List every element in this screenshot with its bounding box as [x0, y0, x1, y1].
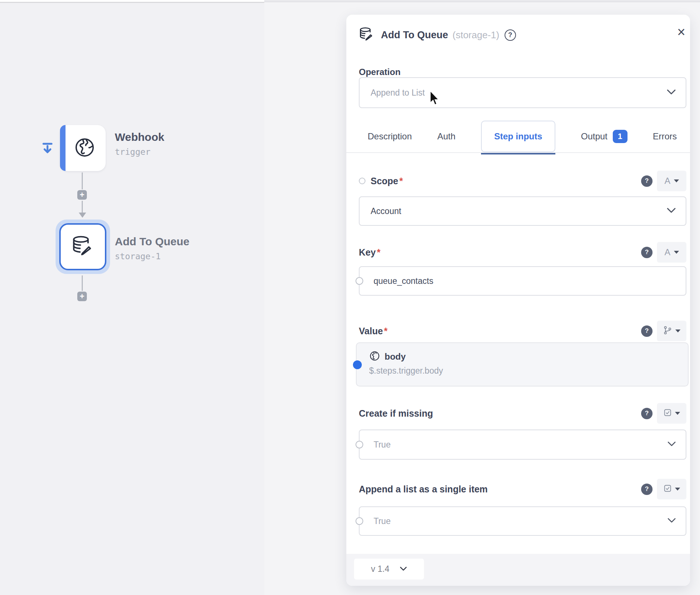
connector-line — [82, 201, 83, 213]
help-icon[interactable]: ? — [641, 484, 653, 495]
scope-label: Scope — [371, 176, 398, 186]
checkbox-type-icon — [664, 409, 672, 418]
chevron-down-icon — [400, 566, 407, 573]
database-edit-icon — [359, 26, 374, 43]
node-title-webhook: Webhook — [115, 131, 164, 143]
selected-node-box — [59, 223, 106, 270]
triangle-down-icon — [674, 179, 679, 182]
help-icon[interactable]: ? — [641, 175, 653, 187]
append-single-select[interactable]: True — [359, 506, 686, 536]
key-value: queue_contacts — [374, 276, 433, 286]
field-type-selector[interactable]: A — [657, 242, 686, 263]
tab-step-inputs[interactable]: Step inputs — [481, 121, 556, 152]
field-type-selector[interactable] — [657, 479, 686, 499]
help-icon[interactable]: ? — [505, 29, 516, 41]
mapping-radio-icon[interactable] — [356, 277, 363, 285]
create-if-missing-row: Create if missing ? — [359, 403, 686, 424]
chevron-down-icon — [667, 89, 676, 96]
chevron-down-icon — [667, 518, 676, 525]
triangle-down-icon — [675, 488, 680, 491]
field-type-selector[interactable] — [657, 321, 686, 341]
scope-field-row: Scope * ? A — [359, 171, 686, 191]
operation-label: Operation — [359, 67, 400, 77]
tab-auth[interactable]: Auth — [437, 131, 455, 142]
connector-arrowhead — [79, 213, 86, 218]
append-single-label: Append a list as a single item — [359, 484, 488, 495]
connector-line — [82, 172, 83, 189]
tab-step-inputs-label: Step inputs — [494, 131, 542, 142]
add-step-button[interactable]: + — [77, 190, 87, 200]
triangle-down-icon — [674, 251, 679, 254]
key-field-row: Key * ? A — [359, 242, 686, 263]
checkbox-type-icon — [664, 484, 672, 494]
tab-output[interactable]: Output 1 — [581, 130, 627, 143]
triangle-down-icon — [675, 329, 680, 332]
key-input[interactable]: queue_contacts — [359, 266, 686, 296]
globe-icon — [369, 350, 380, 363]
value-mapped-field[interactable]: body $.steps.trigger.body — [356, 342, 689, 386]
field-type-selector[interactable]: A — [657, 171, 686, 191]
tab-output-label: Output — [581, 131, 607, 142]
panel-title: Add To Queue — [381, 29, 448, 41]
required-asterisk: * — [384, 326, 388, 336]
create-if-missing-select[interactable]: True — [359, 430, 686, 460]
token-path: $.steps.trigger.body — [369, 366, 443, 376]
connector-line — [82, 275, 83, 291]
database-edit-icon — [71, 235, 94, 259]
required-asterisk: * — [377, 247, 381, 258]
step-config-panel: Add To Queue (storage-1) ? × Operation A… — [346, 15, 690, 586]
mapping-radio-icon[interactable] — [356, 517, 363, 525]
workflow-node-webhook[interactable] — [60, 125, 106, 171]
value-label: Value — [359, 326, 383, 336]
mouse-cursor — [429, 90, 442, 108]
close-icon[interactable]: × — [677, 25, 685, 39]
value-field-row: Value * ? — [359, 321, 686, 341]
operation-value: Append to List — [371, 88, 425, 98]
jump-to-step-icon[interactable] — [40, 141, 55, 157]
key-label: Key — [359, 247, 376, 258]
token-name: body — [385, 352, 406, 362]
append-single-row: Append a list as a single item ? — [359, 479, 686, 499]
triangle-down-icon — [675, 412, 680, 415]
chevron-down-icon — [667, 441, 676, 448]
panel-tabs: Description Auth Step inputs Output 1 Er… — [368, 121, 677, 152]
operation-select[interactable]: Append to List — [359, 77, 686, 108]
chevron-down-icon — [667, 207, 676, 215]
node-subtitle-add-to-queue: storage-1 — [115, 252, 161, 261]
output-count-badge: 1 — [613, 130, 627, 143]
trigger-indicator-bar — [60, 125, 66, 171]
globe-icon — [70, 136, 96, 160]
panel-footer: v 1.4 — [346, 554, 690, 586]
text-type-icon: A — [664, 176, 670, 186]
scope-select[interactable]: Account — [359, 196, 686, 226]
field-type-selector[interactable] — [657, 403, 686, 424]
mapped-indicator-dot[interactable] — [353, 360, 362, 369]
workflow-node-add-to-queue[interactable] — [56, 220, 110, 274]
create-if-missing-label: Create if missing — [359, 408, 433, 419]
append-single-value: True — [374, 516, 390, 526]
branch-type-icon — [663, 326, 672, 336]
tabs-divider — [346, 152, 690, 153]
help-icon[interactable]: ? — [641, 325, 653, 337]
help-icon[interactable]: ? — [641, 408, 653, 419]
version-value: v 1.4 — [371, 564, 389, 574]
scope-value: Account — [371, 206, 401, 216]
mapped-token: body — [369, 350, 406, 363]
node-title-add-to-queue: Add To Queue — [115, 235, 190, 248]
top-toolbar-edge — [0, 0, 264, 3]
tab-description[interactable]: Description — [368, 131, 412, 142]
node-subtitle-webhook: trigger — [115, 147, 151, 157]
add-step-button[interactable]: + — [77, 292, 87, 301]
tab-errors[interactable]: Errors — [653, 131, 677, 142]
top-toolbar-edge-right — [264, 0, 700, 2]
panel-instance-id: (storage-1) — [453, 29, 499, 41]
version-select[interactable]: v 1.4 — [354, 559, 424, 580]
panel-header: Add To Queue (storage-1) ? — [359, 26, 678, 44]
required-asterisk: * — [399, 176, 403, 186]
mapping-radio-icon[interactable] — [356, 441, 363, 449]
mapping-radio-icon[interactable] — [359, 178, 365, 184]
create-if-missing-value: True — [374, 440, 390, 450]
text-type-icon: A — [664, 247, 670, 257]
help-icon[interactable]: ? — [641, 247, 653, 258]
